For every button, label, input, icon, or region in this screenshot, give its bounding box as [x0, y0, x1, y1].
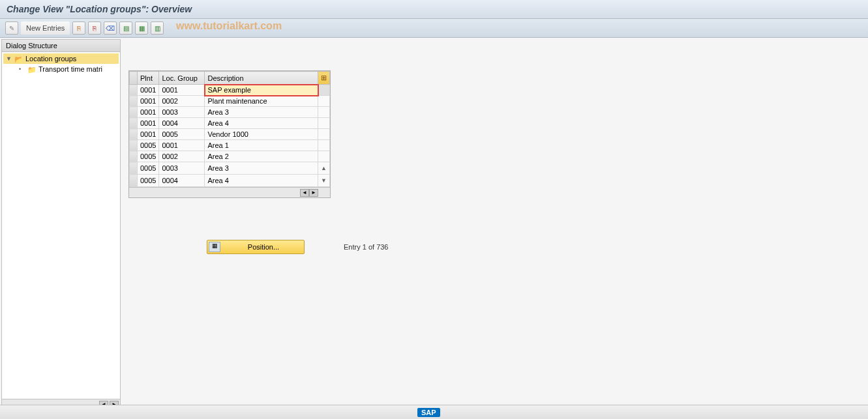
vscroll-cell: ▲	[318, 162, 330, 175]
column-header-loc-group[interactable]: Loc. Group	[159, 72, 205, 85]
cell-description[interactable]: Area 3	[205, 107, 318, 118]
vscroll-cell	[318, 140, 330, 151]
cell-description[interactable]: Area 2	[205, 151, 318, 162]
position-button[interactable]: ▦ Position...	[207, 240, 305, 254]
table-row[interactable]: 00050002Area 2	[130, 151, 330, 162]
table-header-row: Plnt Loc. Group Description	[130, 72, 330, 85]
page-title: Change View "Location groups": Overview	[7, 4, 192, 14]
vscroll-cell	[318, 118, 330, 129]
new-entries-button[interactable]: New Entries	[21, 22, 70, 35]
entry-status-label: Entry 1 of 736	[344, 243, 389, 251]
status-bar: SAP	[0, 405, 868, 419]
row-selector[interactable]	[130, 107, 138, 118]
cell-loc-group[interactable]: 0005	[159, 129, 205, 140]
cell-description[interactable]: Plant maintenance	[205, 96, 318, 107]
vscroll-cell	[318, 96, 330, 107]
tree-toggle-icon[interactable]: ▼	[6, 55, 12, 62]
vscroll-cell	[318, 85, 330, 96]
vscroll-cell	[318, 129, 330, 140]
change-button[interactable]	[5, 22, 18, 35]
cell-description[interactable]: Area 3	[205, 162, 318, 175]
cell-description[interactable]: SAP example	[205, 85, 318, 96]
cell-plnt[interactable]: 0001	[138, 118, 159, 129]
copy-as-button[interactable]	[88, 22, 101, 35]
cell-loc-group[interactable]: 0004	[159, 175, 205, 187]
vscroll-cell: ▼	[318, 175, 330, 187]
row-selector[interactable]	[130, 175, 138, 187]
row-selector[interactable]	[130, 162, 138, 175]
select-all-header[interactable]	[130, 72, 138, 85]
select-block-button[interactable]	[135, 22, 148, 35]
dialog-structure-panel: Dialog Structure ▼ Location groups • Tra…	[1, 39, 121, 410]
table-row[interactable]: 00050003Area 3▲	[130, 162, 330, 175]
content-area: Plnt Loc. Group Description 00010001SAP …	[122, 38, 868, 411]
position-button-label: Position...	[223, 243, 304, 251]
vscroll-cell	[318, 151, 330, 162]
table-row[interactable]: 00050004Area 4▼	[130, 175, 330, 187]
main-area: Dialog Structure ▼ Location groups • Tra…	[0, 38, 868, 411]
table-scroll-right-icon[interactable]: ►	[309, 189, 318, 197]
cell-loc-group[interactable]: 0001	[159, 140, 205, 151]
table-hscroll: ◄ ►	[129, 187, 330, 197]
select-all-button[interactable]	[119, 22, 132, 35]
cell-loc-group[interactable]: 0004	[159, 118, 205, 129]
delete-button[interactable]	[104, 22, 117, 35]
column-header-description[interactable]: Description	[205, 72, 318, 85]
table-scroll-left-icon[interactable]: ◄	[300, 189, 309, 197]
row-selector[interactable]	[130, 129, 138, 140]
table-row[interactable]: 00010003Area 3	[130, 107, 330, 118]
deselect-all-button[interactable]	[151, 22, 164, 35]
table-config-icon[interactable]	[318, 72, 330, 85]
dialog-structure-tree: ▼ Location groups • Transport time matri	[2, 52, 120, 399]
cell-plnt[interactable]: 0001	[138, 107, 159, 118]
row-selector[interactable]	[130, 151, 138, 162]
vscroll-cell	[318, 107, 330, 118]
row-selector[interactable]	[130, 96, 138, 107]
location-groups-table: Plnt Loc. Group Description 00010001SAP …	[128, 70, 331, 198]
toolbar: New Entries www.tutorialkart.com	[0, 19, 868, 38]
cell-loc-group[interactable]: 0001	[159, 85, 205, 96]
cell-plnt[interactable]: 0001	[138, 96, 159, 107]
cell-loc-group[interactable]: 0002	[159, 96, 205, 107]
table-row[interactable]: 00010004Area 4	[130, 118, 330, 129]
watermark-text: www.tutorialkart.com	[176, 20, 282, 32]
folder-open-icon	[14, 55, 23, 63]
copy-button[interactable]	[72, 22, 85, 35]
table-row[interactable]: 00010001SAP example	[130, 85, 330, 96]
cell-plnt[interactable]: 0005	[138, 151, 159, 162]
cell-description[interactable]: Area 4	[205, 175, 318, 187]
cell-plnt[interactable]: 0001	[138, 129, 159, 140]
cell-plnt[interactable]: 0005	[138, 140, 159, 151]
tree-bullet-icon: •	[19, 66, 25, 72]
tree-item-label: Location groups	[25, 55, 76, 63]
cell-loc-group[interactable]: 0003	[159, 107, 205, 118]
table-row[interactable]: 00010005Vendor 1000	[130, 129, 330, 140]
cell-plnt[interactable]: 0001	[138, 85, 159, 96]
tree-item-transport-time[interactable]: • Transport time matri	[3, 64, 119, 74]
scroll-down-icon[interactable]: ▼	[321, 176, 327, 185]
tree-item-location-groups[interactable]: ▼ Location groups	[3, 53, 119, 64]
cell-loc-group[interactable]: 0002	[159, 151, 205, 162]
cell-description[interactable]: Vendor 1000	[205, 129, 318, 140]
sap-logo: SAP	[417, 408, 440, 417]
tree-item-label: Transport time matri	[38, 65, 102, 73]
row-selector[interactable]	[130, 140, 138, 151]
column-header-plnt[interactable]: Plnt	[138, 72, 159, 85]
table-row[interactable]: 00050001Area 1	[130, 140, 330, 151]
scroll-up-icon[interactable]: ▲	[321, 164, 327, 173]
cell-loc-group[interactable]: 0003	[159, 162, 205, 175]
position-area: ▦ Position... Entry 1 of 736	[207, 240, 389, 254]
row-selector[interactable]	[130, 85, 138, 96]
title-bar: Change View "Location groups": Overview	[0, 0, 868, 19]
table-row[interactable]: 00010002Plant maintenance	[130, 96, 330, 107]
position-icon: ▦	[209, 242, 220, 252]
dialog-structure-header: Dialog Structure	[2, 40, 120, 52]
folder-closed-icon	[27, 66, 37, 73]
cell-description[interactable]: Area 1	[205, 140, 318, 151]
cell-plnt[interactable]: 0005	[138, 162, 159, 175]
cell-description[interactable]: Area 4	[205, 118, 318, 129]
row-selector[interactable]	[130, 118, 138, 129]
cell-plnt[interactable]: 0005	[138, 175, 159, 187]
